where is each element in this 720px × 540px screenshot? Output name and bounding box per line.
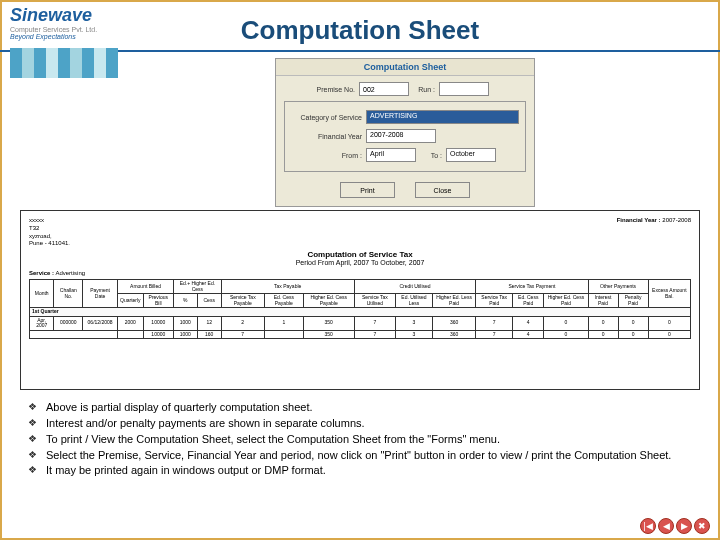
report-service: Service : Advertising bbox=[29, 270, 691, 276]
nav-first-icon[interactable]: |◀ bbox=[640, 518, 656, 534]
cell: 0 bbox=[588, 316, 618, 330]
col-hec: Ed.+ Higher Ed. Cess bbox=[174, 280, 222, 294]
sub: Higher Ed. Less Paid bbox=[432, 294, 475, 308]
cell: 0 bbox=[588, 330, 618, 339]
cell: 7 bbox=[476, 330, 513, 339]
cell: 0 bbox=[618, 330, 648, 339]
bullet-item: To print / View the Computation Sheet, s… bbox=[28, 432, 680, 447]
table-header-row: Month Challan No. Payment Date Amount Bi… bbox=[30, 280, 691, 294]
cell: 0 bbox=[618, 316, 648, 330]
nav-close-icon[interactable]: ✖ bbox=[694, 518, 710, 534]
table-total-row: 10000 1000 160 7 350 7 3 360 7 4 0 0 0 0 bbox=[30, 330, 691, 339]
logo-subtitle: Computer Services Pvt. Ltd. bbox=[10, 26, 140, 33]
cell: 7 bbox=[476, 316, 513, 330]
bullet-list: Above is partial display of quarterly co… bbox=[28, 400, 680, 479]
cell: 160 bbox=[197, 330, 221, 339]
bullet-item: It may be printed again in windows outpu… bbox=[28, 463, 680, 478]
run-input[interactable] bbox=[439, 82, 489, 96]
sub: Ed. Utilised Less bbox=[396, 294, 433, 308]
sub: Interest Paid bbox=[588, 294, 618, 308]
col-excess: Excess Amount Bal. bbox=[648, 280, 690, 308]
cell: 10000 bbox=[143, 316, 173, 330]
sub: Quarterly bbox=[118, 294, 144, 308]
sub: Previous Bill bbox=[143, 294, 173, 308]
nav-prev-icon[interactable]: ◀ bbox=[658, 518, 674, 534]
fy-label: Financial Year : bbox=[617, 217, 661, 223]
close-button[interactable]: Close bbox=[415, 182, 470, 198]
cell bbox=[118, 330, 144, 339]
cell: 12 bbox=[197, 316, 221, 330]
group-label: 1st Quarter bbox=[30, 308, 691, 317]
cell bbox=[30, 330, 118, 339]
report-table: Month Challan No. Payment Date Amount Bi… bbox=[29, 279, 691, 339]
sub: Service Tax Payable bbox=[221, 294, 264, 308]
cell: 7 bbox=[354, 330, 395, 339]
logo-tagline: Beyond Expectations bbox=[10, 33, 140, 40]
premise-input[interactable] bbox=[359, 82, 409, 96]
cell: 360 bbox=[432, 316, 475, 330]
cell: 0 bbox=[544, 330, 588, 339]
cell: 3 bbox=[396, 330, 433, 339]
sub: Cess bbox=[197, 294, 221, 308]
from-select[interactable]: April bbox=[366, 148, 416, 162]
service-value: Advertising bbox=[55, 270, 85, 276]
print-button[interactable]: Print bbox=[340, 182, 395, 198]
sub: Ed. Cess Paid bbox=[513, 294, 544, 308]
report-fy: Financial Year : 2007-2008 bbox=[617, 217, 691, 248]
cell: 1000 bbox=[174, 330, 198, 339]
fy-value: 2007-2008 bbox=[662, 217, 691, 223]
cell: 7 bbox=[354, 316, 395, 330]
dialog-fieldset: Category of Service ADVERTISING Financia… bbox=[284, 101, 526, 172]
to-label: To : bbox=[416, 152, 446, 159]
cell: 06/12/2008 bbox=[83, 316, 118, 330]
category-select[interactable]: ADVERTISING bbox=[366, 110, 519, 124]
sub: Higher Ed. Cess Payable bbox=[303, 294, 354, 308]
report-preview: xxxxx T32 xyzroad, Pune - 411041. Financ… bbox=[20, 210, 700, 390]
col-billed: Amount Billed bbox=[118, 280, 174, 294]
cell: 7 bbox=[221, 330, 264, 339]
service-label: Service : bbox=[29, 270, 54, 276]
bullet-item: Interest and/or penalty payments are sho… bbox=[28, 416, 680, 431]
sub: Higher Ed. Cess Paid bbox=[544, 294, 588, 308]
nav-next-icon[interactable]: ▶ bbox=[676, 518, 692, 534]
table-group-row: 1st Quarter bbox=[30, 308, 691, 317]
col-credit: Credit Utilised bbox=[354, 280, 476, 294]
category-label: Category of Service bbox=[291, 114, 366, 121]
cell: 3 bbox=[396, 316, 433, 330]
to-select[interactable]: October bbox=[446, 148, 496, 162]
addr-line: xxxxx bbox=[29, 217, 70, 225]
table-row: Apr, 2007 000000 06/12/2008 2000 10000 1… bbox=[30, 316, 691, 330]
col-challan: Challan No. bbox=[54, 280, 83, 308]
computation-dialog: Computation Sheet Premise No. Run : Cate… bbox=[275, 58, 535, 207]
col-stp: Service Tax Payment bbox=[476, 280, 588, 294]
cell: 10000 bbox=[143, 330, 173, 339]
cell: 1 bbox=[264, 316, 303, 330]
cell: 350 bbox=[303, 330, 354, 339]
premise-label: Premise No. bbox=[284, 86, 359, 93]
finyear-label: Financial Year bbox=[291, 133, 366, 140]
sub: % bbox=[174, 294, 198, 308]
cell: 2000 bbox=[118, 316, 144, 330]
addr-line: xyzroad, bbox=[29, 233, 70, 241]
cell: 1000 bbox=[174, 316, 198, 330]
finyear-select[interactable]: 2007-2008 bbox=[366, 129, 436, 143]
from-label: From : bbox=[291, 152, 366, 159]
col-paydate: Payment Date bbox=[83, 280, 118, 308]
cell bbox=[264, 330, 303, 339]
cell: 0 bbox=[648, 330, 690, 339]
cell: 2 bbox=[221, 316, 264, 330]
report-heading: Computation of Service Tax bbox=[29, 250, 691, 259]
sub: Service Tax Paid bbox=[476, 294, 513, 308]
table-subheader-row: Quarterly Previous Bill % Cess Service T… bbox=[30, 294, 691, 308]
sub: Service Tax Utilised bbox=[354, 294, 395, 308]
bullet-item: Above is partial display of quarterly co… bbox=[28, 400, 680, 415]
addr-line: T32 bbox=[29, 225, 70, 233]
addr-line: Pune - 411041. bbox=[29, 240, 70, 248]
report-period: Period From April, 2007 To October, 2007 bbox=[29, 259, 691, 266]
col-other: Other Payments bbox=[588, 280, 648, 294]
cell: 4 bbox=[513, 316, 544, 330]
logo-stripes bbox=[10, 48, 118, 78]
cell: 0 bbox=[544, 316, 588, 330]
cell: 4 bbox=[513, 330, 544, 339]
cell: 360 bbox=[432, 330, 475, 339]
